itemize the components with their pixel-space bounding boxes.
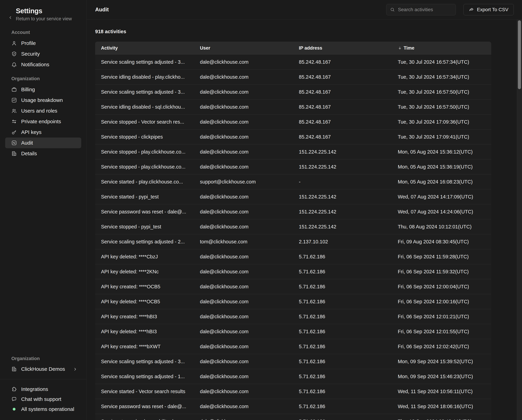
table-row[interactable]: Service scaling settings adjusted - 3...…	[95, 354, 491, 369]
sidebar-item-users-and-roles[interactable]: Users and roles	[5, 106, 81, 116]
table-row[interactable]: API key created: ****OCB5 dale@clickhous…	[95, 279, 491, 294]
sidebar-item-label: Notifications	[21, 62, 49, 68]
search-box[interactable]	[386, 4, 456, 15]
sidebar-item-api-keys[interactable]: API keys	[5, 127, 81, 138]
cell-ip-address: 5.71.62.186	[293, 299, 392, 304]
cell-user: dale@clickhouse.com	[194, 404, 293, 409]
table-row[interactable]: Service stopped - pypi_test dale@clickho…	[95, 219, 491, 234]
sidebar-item-usage-breakdown[interactable]: Usage breakdown	[5, 95, 81, 106]
cell-time: Tue, 30 Jul 2024 16:57:34(UTC)	[392, 74, 491, 80]
cell-user: dale@clickhouse.com	[194, 74, 293, 80]
scrollbar-thumb[interactable]	[518, 20, 521, 89]
cell-ip-address: 151.224.225.142	[293, 149, 392, 155]
table-row[interactable]: API key deleted: ****hBI3 dale@clickhous…	[95, 324, 491, 339]
cell-user: dale@clickhouse.com	[194, 299, 293, 304]
cell-time: Fri, 06 Sep 2024 12:00:16(UTC)	[392, 299, 491, 304]
chevron-left-icon	[8, 15, 13, 20]
table-row[interactable]: Service idling disabled - sql.clickhou..…	[95, 99, 491, 114]
sidebar-title: Settings	[16, 7, 79, 15]
table-row[interactable]: Service password was reset - dale@... da…	[95, 204, 491, 219]
table-row[interactable]: Service scaling settings adjusted - 2...…	[95, 234, 491, 249]
sidebar-item-notifications[interactable]: Notifications	[5, 59, 81, 70]
chat-bubble-icon	[11, 397, 17, 402]
table-row[interactable]: API key created: ****hBI3 dale@clickhous…	[95, 309, 491, 324]
cell-ip-address: 5.71.62.186	[293, 314, 392, 319]
footer-item-all-systems-operational[interactable]: All systems operational	[5, 404, 81, 414]
cell-ip-address: 5.71.62.186	[293, 419, 392, 420]
page-title: Audit	[95, 7, 109, 13]
cell-ip-address: 5.71.62.186	[293, 254, 392, 260]
search-input[interactable]	[398, 7, 452, 13]
cell-ip-address: 85.242.48.167	[293, 119, 392, 125]
table-row[interactable]: Service scaling settings adjusted - 3...…	[95, 84, 491, 99]
page-scrollbar[interactable]	[517, 20, 522, 420]
column-header-activity[interactable]: Activity	[95, 46, 194, 51]
cell-user: dale@clickhouse.com	[194, 164, 293, 170]
column-header-ip-address[interactable]: IP address	[293, 46, 392, 51]
back-button[interactable]	[7, 14, 14, 21]
cell-time: Tue, 30 Jul 2024 17:09:41(UTC)	[392, 134, 491, 140]
cell-activity: Service started - Vector search results	[95, 389, 194, 394]
table-row[interactable]: Service stopped - play.clickhouse.co... …	[95, 144, 491, 159]
cell-time: Mon, 09 Sep 2024 15:39:52(UTC)	[392, 359, 491, 364]
table-row[interactable]: API key deleted: ****OCB5 dale@clickhous…	[95, 294, 491, 309]
cell-user: dale@clickhouse.com	[194, 359, 293, 364]
table-row[interactable]: Service stopped - Vector search res... d…	[95, 114, 491, 129]
cell-ip-address: 5.71.62.186	[293, 269, 392, 274]
table-row[interactable]: API key deleted: ****CbzJ dale@clickhous…	[95, 249, 491, 264]
cell-user: dale@clickhouse.com	[194, 419, 293, 420]
footer-item-chat-with-support[interactable]: Chat with support	[5, 394, 81, 404]
cell-user: dale@clickhouse.com	[194, 329, 293, 334]
table-row[interactable]: Service stopped - clickpipes dale@clickh…	[95, 129, 491, 144]
table-row[interactable]: Service stopped - play.clickhouse.co... …	[95, 159, 491, 174]
cell-user: dale@clickhouse.com	[194, 374, 293, 379]
cell-user: dale@clickhouse.com	[194, 269, 293, 274]
export-csv-button[interactable]: Export To CSV	[463, 4, 514, 15]
main-area: Audit Export To CSV 918 activities Activ…	[86, 0, 522, 420]
table-row[interactable]: Service started - Vector search results …	[95, 384, 491, 399]
table-row[interactable]: Service started - pypi_test dale@clickho…	[95, 189, 491, 204]
cell-activity: Service stopped - clickpipes	[95, 134, 194, 140]
cell-ip-address: -	[293, 179, 392, 185]
cell-activity: API key created: ****hBI3	[95, 314, 194, 319]
app-root: Settings Return to your service view Acc…	[0, 0, 522, 420]
cell-user: dale@clickhouse.com	[194, 134, 293, 140]
cell-ip-address: 85.242.48.167	[293, 104, 392, 110]
table-row[interactable]: API key created: ****bXWT dale@clickhous…	[95, 339, 491, 354]
sidebar-section-organization: OrganizationBillingUsage breakdownUsers …	[0, 76, 86, 159]
column-header-time[interactable]: Time	[392, 46, 491, 51]
sidebar-item-clickhouse-demos[interactable]: ClickHouse Demos	[5, 364, 81, 374]
footer-item-integrations[interactable]: Integrations	[5, 384, 81, 394]
sidebar-item-profile[interactable]: Profile	[5, 38, 81, 48]
sidebar-item-audit[interactable]: Audit	[5, 138, 81, 148]
cell-activity: API key created: ****OCB5	[95, 284, 194, 289]
table-row[interactable]: Service scaling settings adjusted - 1...…	[95, 369, 491, 384]
table-row[interactable]: API key deleted: ****2KNc dale@clickhous…	[95, 264, 491, 279]
sidebar-item-label: Billing	[21, 86, 35, 93]
column-label: IP address	[299, 46, 322, 51]
sidebar-item-label: Profile	[21, 40, 36, 46]
table-row[interactable]: Service scaling settings adjusted - 3...…	[95, 54, 491, 69]
cell-activity: API key created: ****bXWT	[95, 344, 194, 350]
column-label: User	[200, 46, 210, 51]
column-header-user[interactable]: User	[194, 46, 293, 51]
cell-time: Fri, 06 Sep 2024 12:00:04(UTC)	[392, 284, 491, 289]
table-row[interactable]: Service idling disabled - play.clickho..…	[95, 69, 491, 84]
cell-ip-address: 2.137.10.102	[293, 239, 392, 245]
cell-activity: Service started - pypi_test	[95, 194, 194, 200]
sidebar-item-label: Integrations	[21, 386, 48, 392]
sidebar-item-private-endpoints[interactable]: Private endpoints	[5, 116, 81, 127]
table-row[interactable]: Service password was reset - dale@... da…	[95, 399, 491, 414]
audit-table-body: Service scaling settings adjusted - 3...…	[95, 54, 491, 420]
table-row[interactable]: Service stopped - observability-demo dal…	[95, 414, 491, 420]
sidebar-item-details[interactable]: Details	[5, 148, 81, 159]
cell-activity: API key deleted: ****2KNc	[95, 269, 194, 274]
sidebar: Settings Return to your service view Acc…	[0, 0, 86, 420]
cell-time: Mon, 05 Aug 2024 15:36:19(UTC)	[392, 164, 491, 170]
sidebar-item-security[interactable]: Security	[5, 48, 81, 59]
return-to-service-link[interactable]: Return to your service view	[16, 16, 79, 22]
cell-activity: Service idling disabled - sql.clickhou..…	[95, 104, 194, 110]
table-row[interactable]: Service started - play.clickhouse.co... …	[95, 174, 491, 189]
sidebar-item-billing[interactable]: Billing	[5, 84, 81, 95]
bell-icon	[11, 62, 17, 67]
